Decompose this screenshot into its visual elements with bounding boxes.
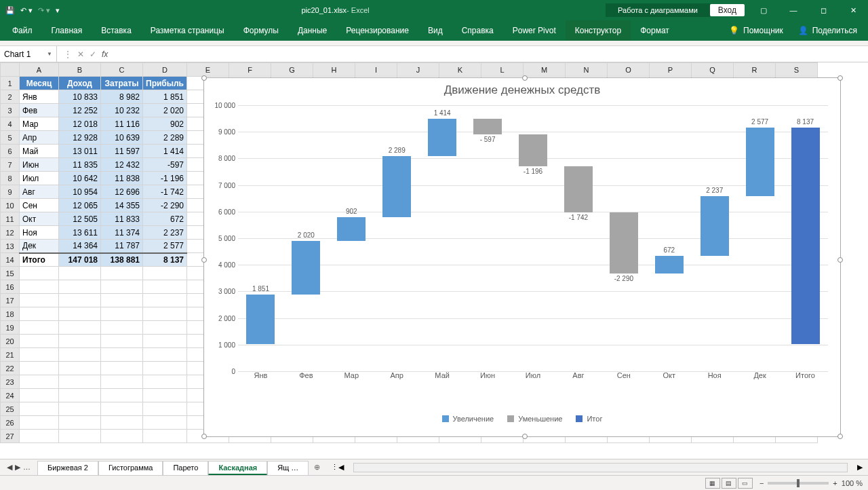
cell[interactable]: 11 374 bbox=[101, 226, 143, 240]
cell[interactable] bbox=[143, 430, 187, 443]
cancel-icon[interactable]: ✕ bbox=[77, 50, 84, 59]
col-header[interactable]: F bbox=[229, 63, 271, 77]
cell[interactable] bbox=[143, 416, 187, 430]
cell[interactable] bbox=[59, 389, 101, 402]
row-header[interactable]: 23 bbox=[1, 375, 20, 389]
share-button[interactable]: 👤 Поделиться bbox=[790, 26, 865, 35]
row-header[interactable]: 1 bbox=[1, 77, 20, 90]
cell[interactable] bbox=[101, 402, 143, 416]
row-header[interactable]: 12 bbox=[1, 226, 20, 240]
cell[interactable]: 2 020 bbox=[143, 104, 187, 117]
row-header[interactable]: 9 bbox=[1, 185, 20, 199]
plot-area[interactable]: 1 851 2 020 902 2 289 1 414 - 597 -1 196… bbox=[238, 78, 828, 344]
col-header[interactable]: O bbox=[608, 63, 650, 77]
cell[interactable]: 11 116 bbox=[101, 117, 143, 131]
cell[interactable] bbox=[20, 267, 59, 280]
sheet-tab[interactable]: Биржевая 2 bbox=[37, 461, 98, 475]
legend[interactable]: Увеличение Уменьшение Итог bbox=[204, 415, 840, 423]
undo-icon[interactable]: ↶ ▾ bbox=[20, 6, 33, 15]
normal-view-icon[interactable]: ▦ bbox=[705, 478, 720, 489]
bar[interactable] bbox=[791, 128, 820, 344]
sheet-tab[interactable]: Каскадная bbox=[208, 461, 267, 475]
cell[interactable] bbox=[20, 375, 59, 389]
horizontal-scrollbar[interactable]: ⋮ ◀ ▶ bbox=[326, 463, 868, 472]
chart-object[interactable]: Движение денежных средств 01 0002 0003 0… bbox=[203, 77, 841, 437]
cell[interactable] bbox=[59, 307, 101, 321]
cell[interactable] bbox=[143, 362, 187, 375]
cell[interactable] bbox=[101, 294, 143, 307]
grid[interactable]: ABCDEFGHIJKLMNOPQRS1МесяцДоходЗатратыПри… bbox=[0, 62, 868, 459]
row-header[interactable]: 10 bbox=[1, 199, 20, 212]
cell[interactable] bbox=[143, 294, 187, 307]
zoom-out-icon[interactable]: − bbox=[760, 479, 764, 487]
select-all[interactable] bbox=[1, 63, 20, 77]
tab-data[interactable]: Данные bbox=[288, 20, 336, 41]
scroll-track[interactable] bbox=[353, 463, 848, 472]
fx-icon[interactable]: fx bbox=[102, 50, 108, 59]
cell[interactable]: 10 639 bbox=[101, 131, 143, 145]
cell[interactable] bbox=[143, 321, 187, 335]
cell[interactable] bbox=[101, 375, 143, 389]
page-layout-icon[interactable]: ▤ bbox=[722, 478, 736, 489]
cell[interactable] bbox=[101, 389, 143, 402]
row-header[interactable]: 26 bbox=[1, 416, 20, 430]
formula-input[interactable] bbox=[115, 46, 868, 62]
resize-handle[interactable] bbox=[522, 434, 528, 439]
col-header[interactable]: C bbox=[101, 63, 143, 77]
cell[interactable] bbox=[59, 335, 101, 348]
save-icon[interactable]: 💾 bbox=[5, 6, 15, 15]
cell[interactable]: 11 835 bbox=[59, 158, 101, 172]
bar[interactable] bbox=[382, 156, 411, 217]
cell[interactable] bbox=[20, 294, 59, 307]
col-header[interactable]: M bbox=[524, 63, 566, 77]
cell[interactable]: -2 290 bbox=[143, 199, 187, 212]
cell[interactable] bbox=[59, 402, 101, 416]
col-header[interactable]: B bbox=[59, 63, 101, 77]
cell[interactable]: Дек bbox=[20, 240, 59, 253]
sheet-tab[interactable]: Парето bbox=[163, 461, 208, 475]
ribbon-display-icon[interactable]: ▢ bbox=[749, 0, 778, 20]
col-header[interactable]: Q bbox=[692, 63, 734, 77]
bar[interactable] bbox=[746, 128, 774, 196]
bar[interactable] bbox=[473, 119, 502, 134]
cell[interactable] bbox=[59, 375, 101, 389]
legend-total[interactable]: Итог bbox=[576, 415, 602, 423]
cell[interactable] bbox=[59, 430, 101, 443]
table-header-cell[interactable]: Доход bbox=[59, 77, 101, 90]
cell[interactable]: -1 742 bbox=[143, 185, 187, 199]
cell[interactable]: 12 018 bbox=[59, 117, 101, 131]
cell[interactable] bbox=[143, 389, 187, 402]
col-header[interactable]: K bbox=[439, 63, 481, 77]
cell[interactable]: -1 196 bbox=[143, 172, 187, 185]
cell[interactable]: -597 bbox=[143, 158, 187, 172]
table-header-cell[interactable]: Месяц bbox=[20, 77, 59, 90]
row-header[interactable]: 22 bbox=[1, 362, 20, 375]
cell[interactable]: Мар bbox=[20, 117, 59, 131]
cell[interactable]: 10 954 bbox=[59, 185, 101, 199]
sheet-tab[interactable]: Гистограмма bbox=[98, 461, 163, 475]
cell[interactable]: 12 505 bbox=[59, 212, 101, 226]
table-header-cell[interactable]: Прибыль bbox=[143, 77, 187, 90]
cell[interactable]: Ноя bbox=[20, 226, 59, 240]
resize-handle[interactable] bbox=[201, 434, 207, 439]
cell[interactable] bbox=[20, 430, 59, 443]
legend-increase[interactable]: Увеличение bbox=[442, 415, 494, 423]
cell[interactable]: 13 611 bbox=[59, 226, 101, 240]
enter-icon[interactable]: ✓ bbox=[90, 50, 96, 59]
cell[interactable] bbox=[59, 362, 101, 375]
tab-format[interactable]: Формат bbox=[631, 20, 679, 41]
zoom-in-icon[interactable]: + bbox=[833, 479, 837, 487]
cell[interactable]: 10 833 bbox=[59, 90, 101, 104]
bar[interactable] bbox=[292, 241, 320, 295]
cell[interactable] bbox=[143, 335, 187, 348]
bar[interactable] bbox=[655, 256, 684, 274]
cell[interactable]: 147 018 bbox=[59, 253, 101, 267]
cell[interactable] bbox=[101, 280, 143, 294]
cell[interactable] bbox=[20, 280, 59, 294]
col-header[interactable]: L bbox=[481, 63, 524, 77]
cell[interactable] bbox=[143, 348, 187, 362]
cell[interactable]: 672 bbox=[143, 212, 187, 226]
zoom-value[interactable]: 100 % bbox=[842, 479, 863, 487]
cell[interactable] bbox=[143, 375, 187, 389]
row-header[interactable]: 5 bbox=[1, 131, 20, 145]
